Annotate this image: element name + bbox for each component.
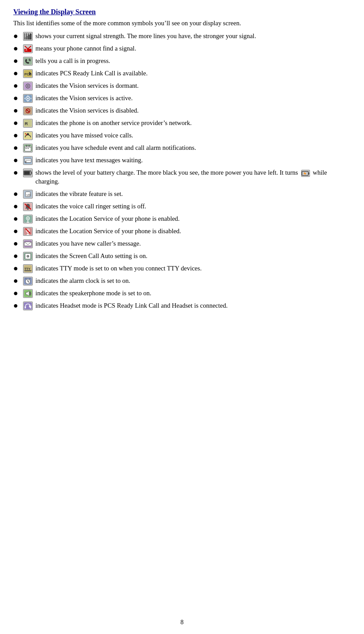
bullet: ● bbox=[13, 202, 21, 210]
list-item: ● X means your phone cannot find a signa… bbox=[13, 44, 351, 53]
symbols-list: ● shows your current signal strength. Th… bbox=[13, 31, 351, 310]
location-off-icon bbox=[23, 227, 33, 236]
list-item: ● indicates Headset mode is PCS Ready Li… bbox=[13, 301, 351, 310]
bullet: ● bbox=[13, 264, 21, 272]
roaming-icon: R bbox=[23, 119, 33, 128]
svg-rect-1 bbox=[26, 36, 27, 39]
bullet: ● bbox=[13, 227, 21, 235]
svg-rect-45 bbox=[31, 172, 32, 174]
list-item: ● shows the level of your battery charge… bbox=[13, 168, 351, 186]
location-on-text: indicates the Location Service of your p… bbox=[35, 214, 351, 223]
list-item: ● R indicates the phone is on another se… bbox=[13, 118, 351, 128]
call-in-progress-text: tells you a call is in progress. bbox=[35, 56, 351, 65]
list-item: ● indicates the speakerphone mode is set… bbox=[13, 289, 351, 298]
text-messages-text: indicates you have text messages waiting… bbox=[35, 156, 351, 164]
page-title: Viewing the Display Screen bbox=[13, 8, 351, 16]
svg-rect-38 bbox=[27, 148, 29, 149]
svg-point-16 bbox=[27, 85, 29, 87]
bullet: ● bbox=[13, 190, 21, 198]
svg-rect-3 bbox=[30, 34, 31, 40]
list-item: ● vib indicates the vibrate feature is s… bbox=[13, 189, 351, 199]
pcs-ready-link-text: indicates PCS Ready Link Call is availab… bbox=[35, 69, 351, 78]
signal-strength-text: shows your current signal strength. The … bbox=[35, 31, 351, 40]
bullet: ● bbox=[13, 106, 21, 114]
list-item: ● indicates you have schedule event and … bbox=[13, 143, 351, 153]
svg-rect-48 bbox=[308, 173, 309, 175]
location-off-text: indicates the Location Service of your p… bbox=[35, 227, 351, 235]
svg-point-30 bbox=[27, 133, 29, 135]
list-item: ● indicates the Location Service of your… bbox=[13, 214, 351, 223]
pcs-ready-link-icon: PCS bbox=[23, 69, 33, 78]
svg-text:TTY: TTY bbox=[24, 266, 31, 270]
caller-message-icon bbox=[23, 239, 33, 248]
speakerphone-text: indicates the speakerphone mode is set t… bbox=[35, 289, 351, 297]
battery-text: shows the level of your battery charge. … bbox=[35, 168, 351, 186]
list-item: ● indicates the Vision services is dorma… bbox=[13, 81, 351, 90]
ringer-off-icon bbox=[23, 202, 33, 211]
call-in-progress-icon bbox=[23, 57, 33, 66]
ringer-off-text: indicates the voice call ringer setting … bbox=[35, 202, 351, 211]
vision-dormant-text: indicates the Vision services is dormant… bbox=[35, 81, 351, 90]
text-messages-icon bbox=[23, 156, 33, 165]
list-item: ● indicates you have text messages waiti… bbox=[13, 156, 351, 165]
bullet: ● bbox=[13, 94, 21, 102]
bullet: ● bbox=[13, 277, 21, 285]
speakerphone-icon bbox=[23, 289, 33, 298]
list-item: ● indicates you have missed voice calls. bbox=[13, 131, 351, 140]
list-item: ● indicates you have new caller’s messag… bbox=[13, 239, 351, 248]
svg-rect-84 bbox=[25, 306, 26, 308]
bullet: ● bbox=[13, 119, 21, 127]
missed-voice-text: indicates you have missed voice calls. bbox=[35, 131, 351, 140]
bullet: ● bbox=[13, 144, 21, 152]
schedule-event-icon bbox=[23, 144, 33, 153]
bullet: ● bbox=[13, 32, 21, 40]
intro-text: This list identifies some of the more co… bbox=[13, 20, 351, 27]
list-item: ● PCS indicates PCS Ready Link Call is a… bbox=[13, 69, 351, 78]
vision-active-text: indicates the Vision services is active. bbox=[35, 94, 351, 102]
list-item: ● A indicates the Screen Call Auto setti… bbox=[13, 251, 351, 261]
svg-text:R: R bbox=[25, 121, 28, 126]
tty-mode-text: indicates TTY mode is set to on when you… bbox=[35, 264, 351, 273]
list-item: ● indicates the Vision services is activ… bbox=[13, 94, 351, 103]
bullet: ● bbox=[13, 215, 21, 223]
bullet: ● bbox=[13, 44, 21, 52]
bullet: ● bbox=[13, 168, 21, 176]
headset-pcs-text: indicates Headset mode is PCS Ready Link… bbox=[35, 301, 351, 310]
bullet: ● bbox=[13, 82, 21, 90]
svg-rect-35 bbox=[26, 145, 27, 147]
svg-text:X: X bbox=[25, 48, 28, 52]
bullet: ● bbox=[13, 301, 21, 309]
schedule-event-text: indicates you have schedule event and ca… bbox=[35, 143, 351, 152]
vibrate-text: indicates the vibrate feature is set. bbox=[35, 189, 351, 198]
headset-pcs-icon bbox=[23, 301, 33, 310]
svg-text:vib: vib bbox=[26, 192, 31, 196]
bullet: ● bbox=[13, 239, 21, 247]
svg-rect-37 bbox=[26, 148, 27, 149]
vision-active-icon bbox=[23, 94, 33, 103]
bullet: ● bbox=[13, 57, 21, 65]
list-item: ● shows your current signal strength. Th… bbox=[13, 31, 351, 41]
svg-rect-53 bbox=[27, 208, 29, 210]
svg-rect-0 bbox=[24, 37, 26, 39]
svg-rect-36 bbox=[29, 145, 30, 147]
list-item: ● TTY indicates TTY mode is set to on wh… bbox=[13, 264, 351, 273]
screen-call-auto-text: indicates the Screen Call Auto setting i… bbox=[35, 251, 351, 260]
no-signal-text: means your phone cannot find a signal. bbox=[35, 44, 351, 53]
list-item: ● indicates the voice call ringer settin… bbox=[13, 202, 351, 211]
svg-point-19 bbox=[27, 98, 29, 99]
vibrate-icon: vib bbox=[23, 190, 33, 199]
vision-disabled-text: indicates the Vision services is disable… bbox=[35, 106, 351, 115]
screen-call-auto-icon: A bbox=[23, 252, 33, 261]
svg-rect-74 bbox=[24, 270, 31, 271]
signal-strength-icon bbox=[23, 32, 33, 41]
list-item: ● indicates the Vision services is disab… bbox=[13, 106, 351, 115]
list-item: ● tells you a call is in progress. bbox=[13, 56, 351, 66]
bullet: ● bbox=[13, 131, 21, 139]
list-item: ● indicates the alarm clock is set to on… bbox=[13, 276, 351, 286]
bullet: ● bbox=[13, 289, 21, 297]
alarm-clock-icon bbox=[23, 277, 33, 286]
bullet: ● bbox=[13, 252, 21, 260]
svg-text:A: A bbox=[27, 255, 28, 257]
list-item: ● indicates the Location Service of your… bbox=[13, 227, 351, 236]
roaming-text: indicates the phone is on another servic… bbox=[35, 118, 351, 127]
